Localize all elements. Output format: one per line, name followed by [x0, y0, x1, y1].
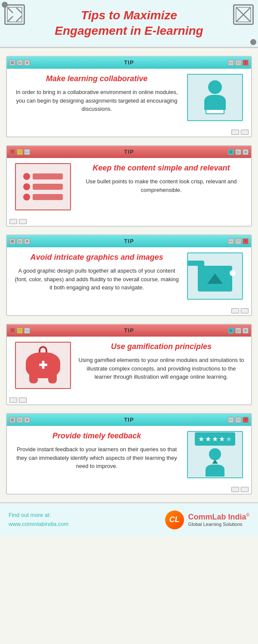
bottom-icon-4b: [19, 398, 27, 403]
wc-btn-min-2l[interactable]: —: [24, 149, 30, 155]
folder-tab: [187, 261, 204, 266]
svg-line-3: [16, 16, 22, 21]
title-line2: Engagement in E-learning: [55, 24, 203, 37]
wc-left-1: ⊞ ▷ ≡: [9, 60, 30, 66]
wc-btn-r4-2: ▷: [235, 328, 241, 334]
bottom-icon-3a: [231, 308, 239, 313]
bullet-line-2: [33, 184, 63, 190]
wc-btn-min-3r[interactable]: —: [228, 238, 234, 244]
wc-btn-close-4l[interactable]: ✕: [9, 328, 15, 334]
tip-titlebar-5: ⊞ ▷ ≡ TIP — □ ✕: [7, 414, 251, 426]
wc-btn-box-2[interactable]: □: [17, 149, 23, 155]
wc-btn-icon2: ▷: [17, 60, 23, 66]
footer-brand: CommLab India© Global Learning Solutions: [188, 513, 249, 527]
bullet-line-3: [33, 194, 63, 200]
tip-title-5: Provide timely feedback: [13, 431, 181, 441]
wc-btn-box-4l[interactable]: □: [17, 328, 23, 334]
wc-btn-l3-1: ⊞: [9, 238, 15, 244]
icon-folder: [198, 261, 232, 292]
icon-person-reading: [204, 80, 226, 114]
bottom-icon-3b: [241, 308, 249, 313]
wc-left-2: ✕ □ —: [9, 149, 30, 155]
tip-label-3: TIP: [124, 238, 134, 244]
wc-btn-close-1[interactable]: ✕: [243, 60, 249, 66]
tip-card-4: ✕ □ — TIP ⊞ ▷ ≡ Use gamification princip…: [6, 324, 252, 405]
tip-img-5: ★ ★ ★ ★ ★: [185, 431, 245, 478]
tip-titlebar-4: ✕ □ — TIP ⊞ ▷ ≡: [7, 325, 251, 337]
tip-body-3: Avoid intricate graphics and images A go…: [7, 247, 251, 307]
tip-text-5: Provide timely feedback Provide instant …: [13, 431, 181, 478]
wc-right-2: ⊞ ▷ ≡: [228, 149, 249, 155]
title-normal: Tips to: [81, 9, 123, 22]
img-frame-3: [187, 252, 243, 300]
wc-btn-min-5r[interactable]: —: [228, 417, 234, 423]
wc-btn-l3-2: ▷: [17, 238, 23, 244]
bottom-icon-2a: [9, 219, 17, 224]
star-4: ★: [219, 435, 225, 443]
img-frame-1: [187, 74, 243, 121]
gamepad-handle-right: [48, 371, 57, 383]
footer-website[interactable]: www.commlabindia.com: [9, 520, 68, 529]
wc-btn-close-3r[interactable]: ✕: [243, 238, 249, 244]
wc-btn-max-5r[interactable]: □: [235, 417, 241, 423]
wc-btn-minimize-1[interactable]: —: [228, 60, 234, 66]
tip-desc-5: Provide instant feedback to your learner…: [13, 445, 181, 471]
tip-label-1: TIP: [124, 59, 134, 66]
wc-right-1: — □ ✕: [228, 60, 249, 66]
tip-titlebar-1: ⊞ ▷ ≡ TIP — □ ✕: [7, 57, 251, 69]
wc-btn-r4-1: ⊞: [228, 328, 234, 334]
svg-line-2: [8, 16, 13, 21]
tip-card-5: ⊞ ▷ ≡ TIP — □ ✕ Provide timely feedback …: [6, 413, 252, 495]
card-bottom-2: [7, 218, 251, 226]
wc-left-4: ✕ □ —: [9, 328, 30, 334]
card-bottom-4: [7, 397, 251, 404]
bottom-icon-5b: [241, 487, 249, 492]
brand-trademark: ©: [246, 513, 249, 517]
footer-right-area: CL CommLab India© Global Learning Soluti…: [165, 510, 249, 529]
wc-btn-close-5r[interactable]: ✕: [243, 417, 249, 423]
stars-row: ★ ★ ★ ★ ★: [195, 432, 235, 446]
wc-btn-l5-1: ⊞: [9, 417, 15, 423]
star-3: ★: [212, 435, 218, 443]
wc-btn-min-4l[interactable]: —: [24, 328, 30, 334]
feedback-person-body: [206, 465, 224, 477]
tip-title-1: Make learning collaborative: [13, 74, 181, 84]
gamepad-plus-icon: ✚: [39, 359, 47, 371]
wc-btn-max-3r[interactable]: □: [235, 238, 241, 244]
wc-btn-icon1: ⊞: [9, 60, 15, 66]
bottom-icon-1a: [231, 130, 239, 135]
bullet-dot-1: [23, 173, 30, 180]
tip-title-3: Avoid intricate graphics and images: [13, 252, 181, 262]
tip-card-1: ⊞ ▷ ≡ TIP — □ ✕ Make learning collaborat…: [6, 56, 252, 137]
bullet-line-1: [33, 173, 63, 179]
tip-text-1: Make learning collaborative In order to …: [13, 74, 181, 121]
tip-card-2: ✕ □ — TIP ⊞ ▷ ≡ Keep the content simple …: [6, 145, 252, 227]
tip-card-3: ⊞ ▷ ≡ TIP — □ ✕ Avoid intricate graphics…: [6, 234, 252, 316]
cl-logo-text: CL: [169, 515, 180, 524]
wc-left-5: ⊞ ▷ ≡: [9, 417, 30, 423]
person-body: [204, 95, 226, 110]
dot-topleft: [2, 2, 8, 8]
tip-label-2: TIP: [124, 149, 134, 155]
wc-btn-close-2l[interactable]: ✕: [9, 149, 15, 155]
wc-btn-r1: ⊞: [228, 149, 234, 155]
wc-btn-maximize-1[interactable]: □: [235, 60, 241, 66]
icon-gamepad: ✚: [26, 352, 60, 378]
tip-img-4: ✚: [13, 342, 73, 389]
wc-right-4: ⊞ ▷ ≡: [228, 328, 249, 334]
tip-desc-4: Using gamified elements to your online m…: [77, 356, 245, 381]
footer-brand-name: CommLab India©: [188, 513, 249, 522]
tip-body-1: Make learning collaborative In order to …: [7, 69, 251, 129]
wc-right-3: — □ ✕: [228, 238, 249, 244]
bottom-icon-4a: [9, 398, 17, 403]
tip-desc-2: Use bullet points to make the content lo…: [77, 177, 245, 194]
tip-titlebar-2: ✕ □ — TIP ⊞ ▷ ≡: [7, 146, 251, 158]
tip-text-3: Avoid intricate graphics and images A go…: [13, 252, 181, 300]
card-bottom-3: [7, 307, 251, 315]
wc-btn-r3: ≡: [243, 149, 249, 155]
wc-btn-r2: ▷: [235, 149, 241, 155]
header: Tips to Maximize Engagement in E-learnin…: [0, 0, 258, 48]
feedback-person-head: [209, 448, 221, 460]
img-frame-2: [15, 163, 71, 210]
gamepad-handle-left: [29, 371, 38, 383]
